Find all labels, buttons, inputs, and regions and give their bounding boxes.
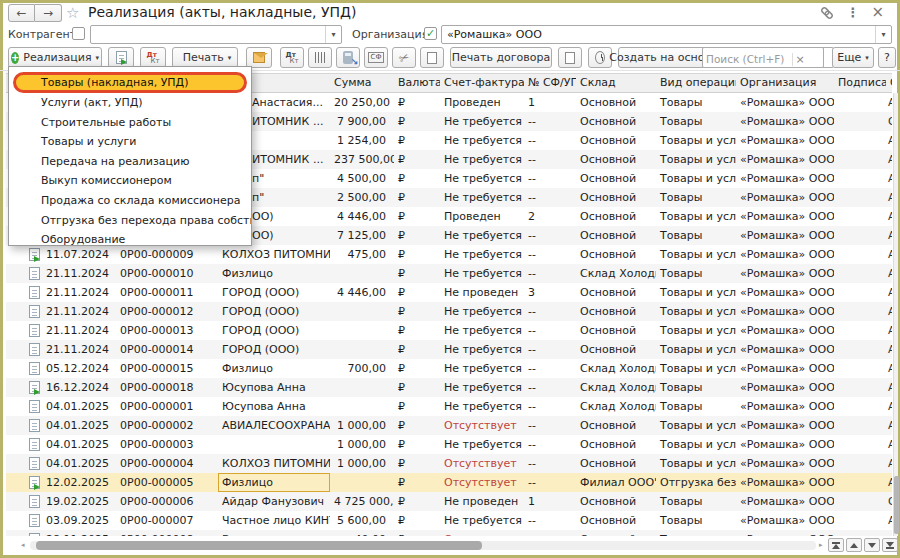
- cell-date: 19.02.2025: [42, 492, 116, 511]
- contractor-combo[interactable]: ▾: [90, 25, 342, 44]
- column-header-12[interactable]: Подписан: [834, 74, 886, 92]
- column-header-8[interactable]: № СФ/УПД: [524, 74, 576, 92]
- table-row[interactable]: 03.09.20250Р00-000007Частное лицо КИНТ5 …: [6, 511, 892, 530]
- organization-checkbox[interactable]: ✓: [424, 27, 437, 40]
- cell-status: [6, 492, 42, 511]
- menu-item-8[interactable]: Отгрузка без перехода права собственност…: [9, 211, 251, 231]
- chevron-down-icon: ▾: [96, 54, 100, 62]
- search-input[interactable]: [703, 51, 787, 68]
- cell-warehouse: Основной: [576, 226, 656, 245]
- cell-invoice-status: Проведен: [440, 93, 524, 112]
- cell-signed: [834, 416, 886, 435]
- table-row[interactable]: 28.11.20250Р00-000008Валентина40,00₽Отсу…: [6, 530, 892, 536]
- table-row[interactable]: 05.12.20240Р00-000015Физлицо700,00₽Не тр…: [6, 359, 892, 378]
- terminal-button[interactable]: [336, 47, 360, 68]
- cell-organization: «Ромашка» ООО: [736, 283, 834, 302]
- table-row[interactable]: 21.11.20240Р00-000012ГОРОД (ООО)₽Не треб…: [6, 302, 892, 321]
- link-icon[interactable]: [820, 6, 834, 20]
- cell-number: 0Р00-000003: [116, 435, 218, 454]
- cell-currency: ₽: [394, 245, 440, 264]
- table-row[interactable]: 21.11.20240Р00-000011ГОРОД (ООО)4 446,00…: [6, 283, 892, 302]
- show-postings-button[interactable]: ДтКт: [140, 47, 166, 68]
- table-row[interactable]: 21.11.20240Р00-000013ГОРОД (ООО)₽Не треб…: [6, 321, 892, 340]
- cell-clipped: А: [886, 302, 892, 321]
- horizontal-scrollbar[interactable]: [30, 541, 816, 550]
- barcode-scan-button[interactable]: [308, 47, 332, 68]
- menu-item-2[interactable]: Услуги (акт, УПД): [9, 93, 251, 113]
- menu-item-9[interactable]: Оборудование: [9, 230, 251, 250]
- print-button[interactable]: Печать ▾: [172, 47, 238, 68]
- column-header-9[interactable]: Склад: [576, 74, 656, 92]
- cell-currency: ₽: [394, 169, 440, 188]
- invoice-button[interactable]: СФ: [364, 47, 388, 68]
- create-copy-button[interactable]: [108, 47, 134, 68]
- cell-sf-number: --: [524, 321, 576, 340]
- table-row[interactable]: 04.01.20250Р00-0000031 000,00₽Не требует…: [6, 435, 892, 454]
- table-row[interactable]: 16.12.20240Р00-000018Юсупова Анна₽Не тре…: [6, 378, 892, 397]
- print-contract-button[interactable]: Печать договора: [450, 47, 552, 68]
- cell-date: 21.11.2024: [42, 264, 116, 283]
- menu-item-1[interactable]: Товары (накладная, УПД): [13, 72, 247, 93]
- menu-item-7[interactable]: Продажа со склада комиссионера: [9, 191, 251, 211]
- cell-status: [6, 435, 42, 454]
- edo-sign-button[interactable]: ✂: [392, 47, 416, 68]
- cell-date: 04.01.2025: [42, 397, 116, 416]
- copy-button[interactable]: [558, 47, 582, 68]
- page-up-button[interactable]: [846, 538, 862, 552]
- menu-item-4[interactable]: Товары и услуги: [9, 132, 251, 152]
- column-header-13[interactable]: С: [886, 74, 892, 92]
- forward-button[interactable]: →: [35, 4, 62, 22]
- organization-combo[interactable]: «Ромашка» ООО▾: [441, 25, 892, 44]
- cell-signed: [834, 359, 886, 378]
- table-row[interactable]: 21.11.20240Р00-000014ГОРОД (ООО)₽Не треб…: [6, 340, 892, 359]
- back-button[interactable]: ←: [8, 4, 35, 22]
- table-row[interactable]: 12.02.20250Р00-000005Физлицо₽Отсутствует…: [6, 473, 892, 492]
- close-icon[interactable]: ×: [871, 6, 884, 19]
- cell-clipped: А: [886, 473, 892, 492]
- more-label: Еще: [837, 51, 861, 64]
- cell-clipped: А: [886, 207, 892, 226]
- clear-search-icon[interactable]: ×: [792, 53, 807, 66]
- table-row[interactable]: 04.01.20250Р00-000002АВИАЛЕСООХРАНА ...1…: [6, 416, 892, 435]
- menu-item-3[interactable]: Строительные работы: [9, 113, 251, 133]
- vertical-scrollbar-thumb[interactable]: [894, 476, 899, 534]
- column-header-6[interactable]: Валюта: [394, 74, 440, 92]
- cell-status: [6, 321, 42, 340]
- column-header-10[interactable]: Вид операции: [656, 74, 736, 92]
- favorite-star-icon[interactable]: ☆: [66, 4, 79, 22]
- dt-kt-button[interactable]: ДтКт: [280, 47, 304, 68]
- table-row[interactable]: 04.01.20250Р00-000001Юсупова Анна₽Не тре…: [6, 397, 892, 416]
- table-row[interactable]: 04.01.20250Р00-000004КОЛХОЗ ПИТОМНИК ...…: [6, 454, 892, 473]
- more-button[interactable]: Еще ▾: [832, 47, 874, 68]
- table-row[interactable]: 19.02.20250Р00-000006Айдар Фанузович4 72…: [6, 492, 892, 511]
- cell-signed: [834, 492, 886, 511]
- menu-item-5[interactable]: Передача на реализацию: [9, 152, 251, 172]
- go-last-button[interactable]: [882, 538, 898, 552]
- send-email-button[interactable]: [246, 47, 272, 68]
- column-header-5[interactable]: Сумма: [330, 74, 394, 92]
- cell-sum: 1 000,00: [330, 435, 394, 454]
- vertical-scrollbar[interactable]: [893, 93, 898, 536]
- print-set-button[interactable]: [420, 47, 444, 68]
- cell-currency: ₽: [394, 264, 440, 283]
- scroll-left-icon[interactable]: ◂: [21, 541, 25, 549]
- table-row[interactable]: 21.11.20240Р00-000010Физлицо₽Не требуетс…: [6, 264, 892, 283]
- page-down-button[interactable]: [864, 538, 880, 552]
- cell-sum: [330, 340, 394, 359]
- cell-sf-number: 1: [524, 93, 576, 112]
- more-menu-icon[interactable]: ⋮: [846, 5, 859, 20]
- cell-sf-number: --: [524, 416, 576, 435]
- contractor-checkbox[interactable]: [72, 27, 85, 40]
- go-first-button[interactable]: [828, 538, 844, 552]
- menu-item-6[interactable]: Выкуп комиссионером: [9, 171, 251, 191]
- document-icon: [29, 533, 40, 536]
- column-header-7[interactable]: Счет-фактура: [440, 74, 524, 92]
- help-button[interactable]: ?: [878, 47, 896, 68]
- bar-icon: [886, 547, 894, 549]
- create-realization-button[interactable]: + Реализация ▾: [8, 47, 102, 68]
- cell-signed: [834, 530, 886, 536]
- horizontal-scrollbar-thumb[interactable]: [36, 541, 482, 550]
- scroll-right-icon[interactable]: ▸: [819, 541, 823, 549]
- column-header-11[interactable]: Организация: [736, 74, 834, 92]
- cell-sum: 20 250,00: [330, 93, 394, 112]
